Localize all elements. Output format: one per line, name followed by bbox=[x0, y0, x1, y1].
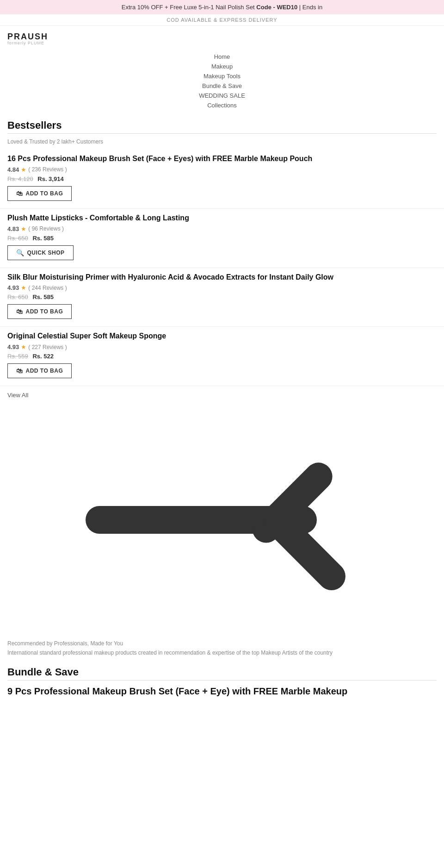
bundle-heading: Bundle & Save bbox=[0, 662, 444, 680]
next-arrow-icon bbox=[72, 413, 372, 626]
banner-ends: | Ends in bbox=[299, 4, 322, 11]
bag-icon-3: 🛍 bbox=[16, 308, 23, 315]
star-icon-2: ★ bbox=[21, 225, 26, 232]
price-row-1: Rs. 4,120 Rs. 3,914 bbox=[7, 175, 437, 182]
rating-row-3: 4.93 ★ ( 244 Reviews ) bbox=[7, 284, 437, 291]
nav-makeup-tools[interactable]: Makeup Tools bbox=[0, 71, 444, 81]
arrow-section[interactable] bbox=[0, 404, 444, 636]
price-original-4: Rs. 559 bbox=[7, 353, 28, 360]
bestsellers-heading: Bestsellers bbox=[0, 115, 444, 133]
nav-makeup[interactable]: Makeup bbox=[0, 62, 444, 71]
add-to-bag-label-4: ADD TO BAG bbox=[26, 368, 63, 374]
star-icon-1: ★ bbox=[21, 166, 26, 173]
review-count-4: ( 227 Reviews ) bbox=[28, 344, 67, 350]
add-to-bag-button-3[interactable]: 🛍 ADD TO BAG bbox=[7, 304, 72, 319]
quick-shop-label-2: QUICK SHOP bbox=[27, 250, 65, 256]
rating-row-2: 4.83 ★ ( 96 Reviews ) bbox=[7, 225, 437, 232]
price-original-2: Rs. 650 bbox=[7, 235, 28, 242]
review-count-1: ( 236 Reviews ) bbox=[28, 166, 67, 173]
quick-shop-button-2[interactable]: 🔍 QUICK SHOP bbox=[7, 245, 74, 260]
bag-icon-4: 🛍 bbox=[16, 367, 23, 375]
review-count-3: ( 244 Reviews ) bbox=[28, 285, 67, 291]
rating-num-4: 4.93 bbox=[7, 343, 19, 350]
product-name-2: Plush Matte Lipsticks - Comfortable & Lo… bbox=[7, 213, 437, 223]
rating-row-4: 4.93 ★ ( 227 Reviews ) bbox=[7, 343, 437, 350]
product-name-3: Silk Blur Moisturising Primer with Hyalu… bbox=[7, 273, 437, 282]
rating-num-2: 4.83 bbox=[7, 225, 19, 232]
price-current-1: Rs. 3,914 bbox=[37, 175, 63, 182]
search-icon-2: 🔍 bbox=[16, 249, 25, 256]
price-original-1: Rs. 4,120 bbox=[7, 175, 33, 182]
add-to-bag-button-1[interactable]: 🛍 ADD TO BAG bbox=[7, 186, 72, 201]
logo-sub: formerly PLUME bbox=[7, 41, 437, 45]
price-current-4: Rs. 522 bbox=[32, 353, 54, 360]
bundle-description: International standard professional make… bbox=[0, 649, 444, 662]
delivery-bar: COD AVAILABLE & EXPRESS DELIVERY bbox=[0, 14, 444, 26]
logo-brand: PRAUSH bbox=[7, 32, 437, 41]
view-all-link[interactable]: View All bbox=[0, 386, 444, 404]
product-name-1: 16 Pcs Professional Makeup Brush Set (Fa… bbox=[7, 154, 437, 164]
product-card-1: 16 Pcs Professional Makeup Brush Set (Fa… bbox=[0, 150, 444, 209]
nav-bundle-save[interactable]: Bundle & Save bbox=[0, 81, 444, 91]
price-row-4: Rs. 559 Rs. 522 bbox=[7, 353, 437, 360]
product-name-4: Original Celestial Super Soft Makeup Spo… bbox=[7, 331, 437, 341]
product-card-4: Original Celestial Super Soft Makeup Spo… bbox=[0, 327, 444, 386]
logo-area: PRAUSH formerly PLUME bbox=[0, 26, 444, 48]
add-to-bag-button-4[interactable]: 🛍 ADD TO BAG bbox=[7, 363, 72, 378]
price-original-3: Rs. 650 bbox=[7, 293, 28, 300]
banner-code: Code - WED10 bbox=[256, 4, 297, 11]
star-icon-3: ★ bbox=[21, 284, 26, 291]
product-card-3: Silk Blur Moisturising Primer with Hyalu… bbox=[0, 268, 444, 327]
nav-wedding-sale[interactable]: WEDDING SALE bbox=[0, 91, 444, 100]
section-divider bbox=[7, 133, 437, 134]
product-card-2: Plush Matte Lipsticks - Comfortable & Lo… bbox=[0, 209, 444, 268]
review-count-2: ( 96 Reviews ) bbox=[28, 225, 64, 232]
price-current-2: Rs. 585 bbox=[32, 235, 54, 242]
main-nav: Home Makeup Makeup Tools Bundle & Save W… bbox=[0, 48, 444, 115]
nav-home[interactable]: Home bbox=[0, 52, 444, 62]
top-banner: Extra 10% OFF + Free Luxe 5-in-1 Nail Po… bbox=[0, 0, 444, 14]
bundle-product-name: 9 Pcs Professional Makeup Brush Set (Fac… bbox=[0, 685, 444, 697]
rating-row-1: 4.84 ★ ( 236 Reviews ) bbox=[7, 166, 437, 173]
bag-icon-1: 🛍 bbox=[16, 190, 23, 197]
rating-num-3: 4.93 bbox=[7, 284, 19, 291]
bundle-divider bbox=[7, 680, 437, 681]
bundle-section: Recommended by Professionals, Made for Y… bbox=[0, 636, 444, 697]
recommended-text: Recommended by Professionals, Made for Y… bbox=[0, 640, 444, 649]
banner-text: Extra 10% OFF + Free Luxe 5-in-1 Nail Po… bbox=[122, 4, 255, 11]
price-row-3: Rs. 650 Rs. 585 bbox=[7, 293, 437, 300]
rating-num-1: 4.84 bbox=[7, 166, 19, 173]
add-to-bag-label-1: ADD TO BAG bbox=[26, 190, 63, 197]
add-to-bag-label-3: ADD TO BAG bbox=[26, 308, 63, 315]
delivery-text: COD AVAILABLE & EXPRESS DELIVERY bbox=[166, 17, 277, 23]
price-current-3: Rs. 585 bbox=[32, 293, 54, 300]
bestsellers-subtext: Loved & Trusted by 2 lakh+ Customers bbox=[0, 138, 444, 150]
star-icon-4: ★ bbox=[21, 343, 26, 350]
price-row-2: Rs. 650 Rs. 585 bbox=[7, 235, 437, 242]
nav-collections[interactable]: Collections bbox=[0, 100, 444, 110]
